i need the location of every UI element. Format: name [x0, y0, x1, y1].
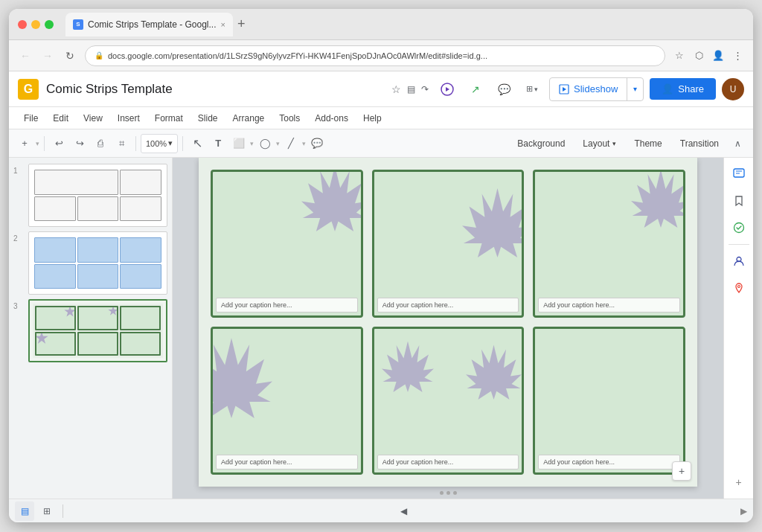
tab-area: S Comic Strips Template - Googl... × +	[65, 13, 744, 36]
comic-grid: Add your caption here... Add your captio…	[199, 158, 697, 487]
right-person-icon[interactable]	[729, 251, 749, 272]
slideshow-main[interactable]: Slideshow	[550, 78, 627, 100]
line-tool[interactable]: ╱	[281, 134, 301, 153]
svg-marker-2	[563, 87, 566, 92]
forward-button[interactable]: →	[40, 50, 55, 62]
right-panel-separator	[729, 244, 749, 245]
comment-tool[interactable]: 💬	[307, 134, 327, 153]
transition-button[interactable]: Transition	[673, 135, 726, 152]
caption-6[interactable]: Add your caption here...	[538, 455, 680, 469]
star-icon[interactable]: ☆	[391, 83, 401, 95]
user-avatar[interactable]: U	[722, 78, 744, 100]
menu-tools[interactable]: Tools	[273, 111, 306, 126]
add-slide-button[interactable]: +	[672, 461, 691, 481]
menu-help[interactable]: Help	[357, 111, 388, 126]
collapse-side-panel-button[interactable]: ◀	[394, 501, 413, 521]
menu-addons[interactable]: Add-ons	[309, 111, 354, 126]
right-checkmark-icon[interactable]	[729, 217, 749, 238]
svg-marker-3	[301, 172, 361, 231]
menu-edit[interactable]: Edit	[47, 111, 74, 126]
comic-cell-6[interactable]: Add your caption here...	[533, 327, 685, 475]
right-comments-icon[interactable]	[729, 164, 749, 185]
background-button[interactable]: Background	[510, 135, 572, 152]
comic-cell-3[interactable]: Add your caption here...	[533, 170, 685, 318]
slide-thumb-1[interactable]	[28, 164, 167, 227]
slide-item-2[interactable]: 2	[13, 231, 167, 295]
share-history-icon[interactable]: ↷	[421, 84, 429, 94]
menu-insert[interactable]: Insert	[112, 111, 146, 126]
add-tool-button[interactable]: +	[15, 134, 34, 153]
comic-cell-content-4	[213, 329, 361, 452]
bookmark-icon[interactable]: ☆	[673, 50, 686, 61]
canvas-bottom	[173, 487, 723, 499]
svg-marker-6	[213, 338, 272, 418]
back-button[interactable]: ←	[18, 50, 33, 62]
extensions-icon[interactable]: ⬡	[692, 50, 705, 61]
comic-cell-4[interactable]: Add your caption here...	[211, 327, 363, 475]
browser-tab[interactable]: S Comic Strips Template - Googl... ×	[65, 13, 233, 36]
print-button[interactable]: ⎙	[91, 134, 110, 153]
traffic-lights	[18, 20, 54, 29]
caption-4[interactable]: Add your caption here...	[216, 455, 358, 469]
close-button[interactable]	[18, 20, 27, 29]
right-location-icon[interactable]	[729, 278, 749, 298]
view-options[interactable]: ⊞▾	[521, 78, 543, 100]
title-bar: S Comic Strips Template - Googl... × +	[9, 9, 753, 40]
activity-icon[interactable]: ↗	[464, 78, 487, 100]
paint-button[interactable]: ⌗	[112, 134, 131, 153]
new-tab-button[interactable]: +	[237, 16, 246, 32]
caption-3[interactable]: Add your caption here...	[538, 298, 680, 313]
svg-point-14	[737, 286, 740, 288]
text-tool[interactable]: T	[208, 134, 228, 153]
expand-right-button[interactable]: +	[729, 472, 749, 493]
toolbar-collapse-button[interactable]: ∧	[728, 134, 747, 153]
slide-item-3[interactable]: 3	[13, 299, 167, 362]
expand-right-panel[interactable]: ▶	[740, 506, 747, 516]
slide-canvas[interactable]: Add your caption here... Add your captio…	[199, 158, 697, 487]
menu-arrange[interactable]: Arrange	[227, 111, 271, 126]
caption-1[interactable]: Add your caption here...	[216, 298, 358, 313]
drive-icon[interactable]: ▤	[407, 84, 415, 94]
redo-button[interactable]: ↪	[70, 134, 89, 153]
menu-view[interactable]: View	[77, 111, 109, 126]
toolbar-separator-2	[135, 136, 136, 151]
slide-list-view-button[interactable]: ▤	[15, 501, 34, 521]
slide-number-2: 2	[13, 234, 24, 243]
toolbar-separator-3	[182, 136, 183, 151]
minimize-button[interactable]	[31, 20, 40, 29]
slide-thumb-3[interactable]	[28, 299, 167, 362]
image-tool[interactable]: ⬜	[229, 134, 249, 153]
shapes-tool[interactable]: ◯	[255, 134, 275, 153]
layout-button[interactable]: Layout ▾	[575, 135, 624, 152]
person-icon: 👤	[662, 83, 673, 94]
undo-button[interactable]: ↩	[49, 134, 68, 153]
slideshow-button[interactable]: Slideshow ▾	[549, 77, 644, 101]
menu-slide[interactable]: Slide	[192, 111, 224, 126]
menu-format[interactable]: Format	[149, 111, 189, 126]
refresh-button[interactable]: ↻	[63, 50, 77, 62]
menu-file[interactable]: File	[18, 111, 44, 126]
comic-cell-5[interactable]: Add your caption here...	[372, 327, 525, 475]
slideshow-dropdown[interactable]: ▾	[627, 78, 643, 100]
present-icon[interactable]	[436, 78, 458, 100]
comic-cell-content-6	[535, 329, 683, 452]
zoom-select[interactable]: 100% ▾	[141, 134, 178, 153]
comment-icon[interactable]: 💬	[493, 78, 515, 100]
account-icon[interactable]: 👤	[711, 50, 725, 61]
url-bar[interactable]: 🔒 docs.google.com/presentation/d/1LSrzS9…	[85, 45, 665, 66]
theme-button[interactable]: Theme	[627, 135, 669, 152]
slide-item-1[interactable]: 1	[13, 164, 167, 227]
caption-2[interactable]: Add your caption here...	[377, 298, 519, 313]
comic-cell-2[interactable]: Add your caption here...	[372, 170, 525, 318]
cursor-tool[interactable]: ↖	[188, 134, 207, 153]
comic-cell-1[interactable]: Add your caption here...	[211, 170, 363, 318]
share-button[interactable]: 👤 Share	[650, 78, 716, 100]
right-bookmark-icon[interactable]	[729, 190, 749, 211]
tab-close-button[interactable]: ×	[221, 20, 225, 29]
maximize-button[interactable]	[45, 20, 54, 29]
caption-5[interactable]: Add your caption here...	[377, 455, 519, 469]
slide-thumb-2[interactable]	[28, 231, 167, 295]
slide-grid-view-button[interactable]: ⊞	[37, 501, 57, 521]
menu-icon[interactable]: ⋮	[731, 50, 744, 61]
browser-window: S Comic Strips Template - Googl... × + ←…	[9, 9, 753, 522]
